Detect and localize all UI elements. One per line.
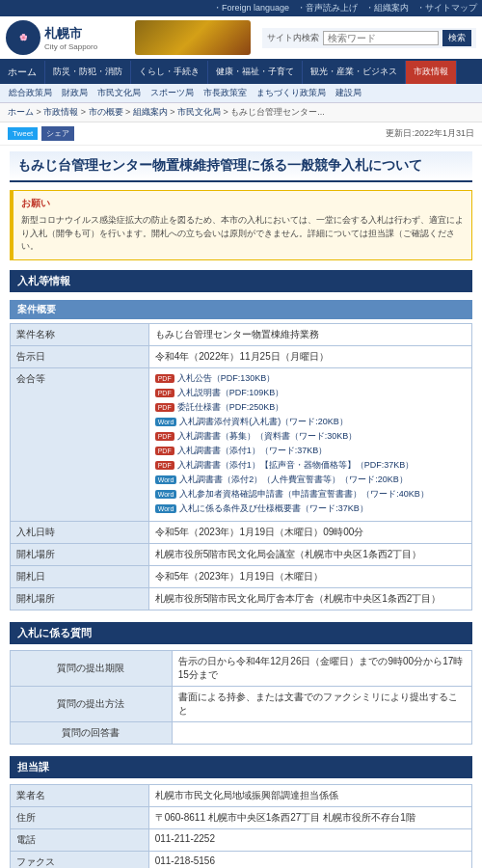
subnav-construction[interactable]: 建設局 xyxy=(332,86,365,100)
qa-table: 質問の提出期限 告示の日から令和4年12月26日（金曜日）までの9時00分から1… xyxy=(10,650,472,745)
table-row: 会合等 PDF 入札公告（PDF:130KB） PDF 入札説明書（PDF:10… xyxy=(11,367,472,521)
breadcrumb-city[interactable]: 市政情報 xyxy=(43,107,78,117)
table-row: 開札日 令和5年（2023年）1月19日（木曜日） xyxy=(11,565,472,587)
word-icon: Word xyxy=(155,504,177,513)
doc-link-3[interactable]: 委託仕様書（PDF:250KB） xyxy=(177,401,284,414)
table-row: 開札場所 札幌市役所5階市民文化局会議室（札幌市中央区1条西2丁目） xyxy=(11,543,472,565)
label-bidtime: 入札日時 xyxy=(11,521,149,543)
doc-link-5[interactable]: 入札調書書（募集）（資料書（ワード:30KB） xyxy=(177,430,358,443)
value-opendate: 令和5年（2023年）1月19日（木曜日） xyxy=(148,565,471,587)
doc-link-1[interactable]: 入札公告（PDF:130KB） xyxy=(177,372,276,385)
yoken-table: 業件名称 もみじ台管理センター物置棟維持業務 告示日 令和4年（2022年）11… xyxy=(10,323,472,610)
tanto-label-name: 業者名 xyxy=(11,784,149,806)
value-bidplace: 札幌市役所5階市民文化局会議室（札幌市中央区1条西2丁目） xyxy=(148,543,471,565)
pdf-link-7: PDF 入札調書書（添付1）【拡声音・器物価格等】（PDF:37KB） xyxy=(155,459,466,472)
yoken-subtitle: 案件概要 xyxy=(10,300,472,319)
pdf-link-3: PDF 委託仕様書（PDF:250KB） xyxy=(155,401,466,414)
nyusatsu-title: 入札等情報 xyxy=(10,270,472,292)
label-name: 業件名称 xyxy=(11,323,149,345)
pdf-link-6: PDF 入札調書書（添付1）（ワード:37KB） xyxy=(155,445,466,457)
voice-link[interactable]: ・音声読み上げ xyxy=(297,2,358,14)
breadcrumb-current: もみじ台管理センター... xyxy=(230,107,325,117)
breadcrumb: ホーム > 市政情報 > 市の概要 > 組織案内 > 市民文化局 > もみじ台管… xyxy=(0,103,482,122)
doc-link-6[interactable]: 入札調書書（添付1）（ワード:37KB） xyxy=(177,445,328,457)
breadcrumb-culture[interactable]: 市民文化局 xyxy=(177,107,221,117)
subnav-town[interactable]: まちづくり政策局 xyxy=(253,86,330,100)
tanto-title: 担当課 xyxy=(10,756,472,778)
word-icon: Word xyxy=(155,490,177,499)
nav-city[interactable]: 市政情報 xyxy=(406,61,457,84)
doc-link-8[interactable]: 入札調書書（添付2）（人件費宣誓書等）（ワード:20KB） xyxy=(179,474,408,486)
org-link[interactable]: ・組織案内 xyxy=(365,2,409,14)
table-row: 入札日時 令和5年（2023年）1月19日（木曜日）09時00分 xyxy=(11,521,472,543)
table-row: ファクス 011-218-5156 xyxy=(11,851,472,868)
doc-link-7[interactable]: 入札調書書（添付1）【拡声音・器物価格等】（PDF:37KB） xyxy=(177,459,415,472)
table-row: 質問の提出期限 告示の日から令和4年12月26日（金曜日）までの9時00分から1… xyxy=(11,650,472,686)
doc-link-10[interactable]: 入札に係る条件及び仕様概要書（ワード:37KB） xyxy=(179,502,368,515)
share-bar: Tweet シェア 更新日:2022年1月31日 xyxy=(0,122,482,146)
sitemap-link[interactable]: ・サイトマップ xyxy=(416,2,477,14)
city-logo: 🌸 xyxy=(6,20,40,55)
value-date: 令和4年（2022年）11月25日（月曜日） xyxy=(148,345,471,367)
word-icon: Word xyxy=(155,475,177,484)
nav-disaster[interactable]: 防災・防犯・消防 xyxy=(45,61,131,84)
tanto-label-fax: ファクス xyxy=(11,851,149,868)
foreign-language-link[interactable]: ・Foreign language xyxy=(213,2,289,14)
doc-link-4[interactable]: 入札調書添付資料(入札書)（ワード:20KB） xyxy=(179,416,348,428)
facebook-share-button[interactable]: シェア xyxy=(41,126,74,141)
notice-text: 新型コロナウイルス感染症拡大の防止を図るため、本市の入札においては、一堂に会する… xyxy=(21,214,464,254)
doc-link-9[interactable]: 入札参加者資格確認申請書（申請書宣誓書書）（ワード:40KB） xyxy=(179,488,429,501)
pdf-link-2: PDF 入札説明書（PDF:109KB） xyxy=(155,387,466,399)
label-opendate: 開札日 xyxy=(11,565,149,587)
label-bidplace: 開札場所 xyxy=(11,543,149,565)
header: 🌸 札幌市 City of Sapporo サイト内検索 検索 xyxy=(0,16,482,61)
pdf-link-9: Word 入札参加者資格確認申請書（申請書宣誓書書）（ワード:40KB） xyxy=(155,488,466,501)
city-name: 札幌市 xyxy=(44,25,97,42)
breadcrumb-home[interactable]: ホーム xyxy=(8,107,34,117)
label-openplace: 開札場所 xyxy=(11,587,149,610)
tanto-label-addr: 住所 xyxy=(11,806,149,828)
logo-area: 🌸 札幌市 City of Sapporo xyxy=(6,20,97,55)
nav-tourism[interactable]: 観光・産業・ビジネス xyxy=(303,61,406,84)
qa-title: 入札に係る質問 xyxy=(10,622,472,644)
qa-label-1: 質問の提出期限 xyxy=(11,650,173,686)
city-name-en: City of Sapporo xyxy=(44,42,97,51)
table-row: 質問の提出方法 書面による持参、または文書でのファクシミリにより提出すること xyxy=(11,686,472,721)
subnav-finance[interactable]: 財政局 xyxy=(58,86,92,100)
pdf-link-1: PDF 入札公告（PDF:130KB） xyxy=(155,372,466,385)
top-bar: ・Foreign language ・音声読み上げ ・組織案内 ・サイトマップ xyxy=(0,0,482,16)
twitter-share-button[interactable]: Tweet xyxy=(8,127,38,140)
value-name: もみじ台管理センター物置棟維持業務 xyxy=(148,323,471,345)
tanto-section: 担当課 業者名 札幌市市民文化局地域振興部調達担当係係 住所 〒060-8611… xyxy=(10,756,472,869)
pdf-icon: PDF xyxy=(155,432,174,441)
label-date: 告示日 xyxy=(11,345,149,367)
update-date: 更新日:2022年1月31日 xyxy=(386,127,474,140)
search-bar: サイト内検索 検索 xyxy=(262,28,476,48)
tanto-table: 業者名 札幌市市民文化局地域振興部調達担当係係 住所 〒060-8611 札幌市… xyxy=(10,784,472,869)
doc-link-2[interactable]: 入札説明書（PDF:109KB） xyxy=(177,387,284,399)
value-bidtime: 令和5年（2023年）1月19日（木曜日）09時00分 xyxy=(148,521,471,543)
table-row: 告示日 令和4年（2022年）11月25日（月曜日） xyxy=(11,345,472,367)
subnav-general[interactable]: 総合政策局 xyxy=(5,86,56,100)
subnav-mayor[interactable]: 市長政策室 xyxy=(200,86,251,100)
table-row: 開札場所 札幌市役所5階市民文化局庁舎本庁舎（札幌市中央区1条西2丁目） xyxy=(11,587,472,610)
qa-value-3 xyxy=(172,721,471,744)
pdf-link-10: Word 入札に係る条件及び仕様概要書（ワード:37KB） xyxy=(155,502,466,515)
tanto-label-tel: 電話 xyxy=(11,828,149,851)
subnav-sports[interactable]: スポーツ局 xyxy=(147,86,198,100)
breadcrumb-org[interactable]: 組織案内 xyxy=(133,107,168,117)
search-input[interactable] xyxy=(323,31,439,45)
subnav-culture[interactable]: 市民文化局 xyxy=(94,86,145,100)
nav-home[interactable]: ホーム xyxy=(0,61,45,84)
main-nav: ホーム 防災・防犯・消防 くらし・手続き 健康・福祉・子育て 観光・産業・ビジネ… xyxy=(0,61,482,84)
table-row: 住所 〒060-8611 札幌市中央区1条西27丁目 札幌市役所不存台1階 xyxy=(11,806,472,828)
nav-living[interactable]: くらし・手続き xyxy=(131,61,208,84)
breadcrumb-overview[interactable]: 市の概要 xyxy=(89,107,123,117)
nav-health[interactable]: 健康・福祉・子育て xyxy=(208,61,303,84)
pdf-icon: PDF xyxy=(155,447,174,455)
qa-value-2: 書面による持参、または文書でのファクシミリにより提出すること xyxy=(172,686,471,721)
search-button[interactable]: 検索 xyxy=(442,30,471,46)
qa-value-1: 告示の日から令和4年12月26日（金曜日）までの9時00分から17時15分まで xyxy=(172,650,471,686)
pdf-icon: PDF xyxy=(155,461,174,470)
table-row: 電話 011-211-2252 xyxy=(11,828,472,851)
